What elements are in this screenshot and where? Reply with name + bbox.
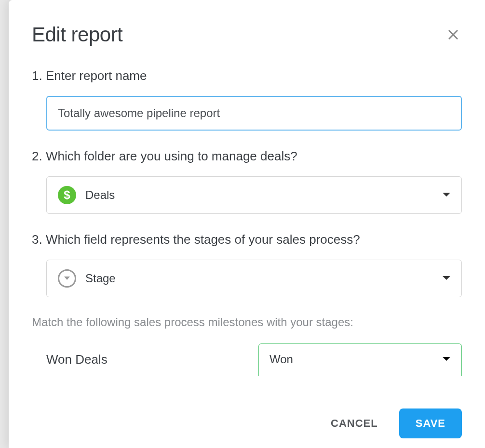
stage-select-value: Stage — [85, 272, 442, 285]
dropdown-circle-icon — [57, 269, 77, 288]
step2-label: 2. Which folder are you using to manage … — [32, 149, 462, 164]
stage-field-select[interactable]: Stage — [46, 260, 462, 297]
close-icon — [446, 28, 460, 41]
step1-field — [32, 96, 462, 131]
chevron-down-icon — [442, 274, 451, 283]
folder-select-value: Deals — [85, 188, 442, 202]
dialog-title: Edit report — [32, 23, 122, 46]
dialog-footer: CANCEL SAVE — [324, 408, 462, 438]
dialog-body: 1. Enter report name 2. Which folder are… — [32, 68, 462, 448]
folder-select[interactable]: $ Deals — [46, 176, 462, 214]
report-name-input[interactable] — [46, 96, 462, 131]
step2-field: $ Deals — [32, 176, 462, 214]
step3-field: Stage — [32, 260, 462, 297]
chevron-down-icon — [442, 355, 451, 364]
match-row: Won Deals Won — [32, 343, 462, 376]
match-row-label: Won Deals — [46, 352, 258, 367]
chevron-down-icon — [442, 191, 451, 199]
save-button[interactable]: SAVE — [399, 408, 462, 438]
won-deals-select[interactable]: Won — [258, 343, 462, 376]
dialog-header: Edit report — [32, 23, 462, 46]
close-button[interactable] — [445, 26, 462, 43]
step3-label: 3. Which field represents the stages of … — [32, 232, 462, 247]
cancel-button[interactable]: CANCEL — [324, 409, 385, 437]
step1-label: 1. Enter report name — [32, 68, 462, 83]
edit-report-dialog: Edit report 1. Enter report name 2. Whic… — [9, 0, 485, 448]
match-helper-text: Match the following sales process milest… — [32, 316, 462, 329]
won-deals-select-value: Won — [269, 353, 442, 366]
dollar-icon: $ — [57, 185, 77, 205]
